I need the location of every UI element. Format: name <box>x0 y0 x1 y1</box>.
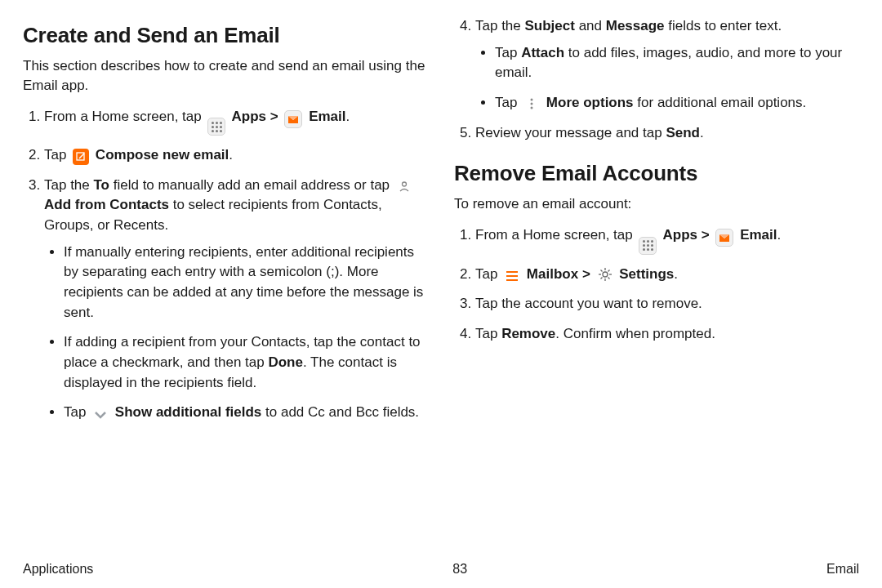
compose-icon <box>73 149 89 165</box>
list-item: Tap Show additional fields to add Cc and… <box>64 403 428 423</box>
step-text: Tap <box>495 45 521 60</box>
step-text: Subject <box>525 18 575 33</box>
list-item: Tap Compose new email. <box>44 145 428 166</box>
step-text: Email <box>736 227 777 243</box>
step-text: Send <box>666 125 700 140</box>
list-item: If adding a recipient from your Contacts… <box>64 332 428 393</box>
step-text: Message <box>606 18 665 33</box>
chevron-down-icon <box>92 407 109 423</box>
step-text: . <box>229 147 233 163</box>
svg-line-13 <box>600 270 602 271</box>
step-text: for additional email options. <box>634 95 807 110</box>
step-text: Email <box>305 109 345 124</box>
list-item: Review your message and tap Send. <box>475 123 859 144</box>
intro-text: This section describes how to create and… <box>23 56 428 96</box>
step-text: From a Home screen, tap <box>475 227 636 243</box>
step-text: Tap the <box>44 177 94 193</box>
step-text: > <box>266 109 282 124</box>
page-number: 83 <box>452 562 467 577</box>
step-text: and <box>575 18 606 33</box>
step-text: to add Cc and Bcc fields. <box>261 404 419 420</box>
contact-icon <box>396 178 412 194</box>
email-icon <box>715 229 733 247</box>
step-text: If manually entering recipients, enter a… <box>64 244 423 320</box>
step-text: fields to enter text. <box>665 18 782 33</box>
step-text: From a Home screen, tap <box>44 109 205 124</box>
intro-text: To remove an email account: <box>454 194 859 214</box>
svg-line-14 <box>608 277 609 278</box>
step-text: Tap <box>475 266 501 282</box>
svg-point-1 <box>402 182 406 186</box>
step-text: Remove <box>501 326 555 341</box>
step-text: To <box>94 177 110 193</box>
apps-icon <box>639 237 657 255</box>
step-text: Review your message and tap <box>475 125 666 140</box>
step-text: > <box>697 227 713 243</box>
hamburger-icon <box>504 268 520 284</box>
svg-point-2 <box>531 98 533 100</box>
list-item: From a Home screen, tap Apps > Email. <box>44 107 428 136</box>
list-item: From a Home screen, tap Apps > Email. <box>475 225 859 255</box>
svg-point-3 <box>531 102 533 105</box>
step-text: Apps <box>228 109 266 124</box>
list-item: Tap More options for additional email op… <box>495 93 859 114</box>
step-text: Tap <box>495 95 521 110</box>
step-text: . <box>346 109 350 124</box>
step-text: Compose new email <box>91 147 229 163</box>
step-text: field to manually add an email address o… <box>109 177 394 193</box>
step-text: Tap <box>64 404 90 420</box>
svg-line-15 <box>608 270 609 271</box>
list-item: Tap Mailbox > Settings. <box>475 265 859 285</box>
footer-right: Email <box>826 562 859 577</box>
step-text: . <box>674 266 678 282</box>
step-text: Show additional fields <box>111 404 261 420</box>
step-text: Tap <box>475 326 501 341</box>
step-text: Apps <box>659 227 697 243</box>
gear-icon <box>597 266 613 283</box>
list-item: Tap the Subject and Message fields to en… <box>475 16 859 114</box>
step-text: Add from Contacts <box>44 197 169 212</box>
list-item: Tap the account you want to remove. <box>475 294 859 314</box>
list-item: Tap Remove. Confirm when prompted. <box>475 324 859 345</box>
step-text: More options <box>542 95 633 110</box>
footer-left: Applications <box>23 562 93 577</box>
step-text: Attach <box>521 45 564 60</box>
step-text: Tap <box>44 147 70 163</box>
email-icon <box>284 110 302 128</box>
step-text: Settings <box>616 266 675 282</box>
step-text: > <box>578 266 594 282</box>
section-heading-create: Create and Send an Email <box>23 23 428 48</box>
list-item: If manually entering recipients, enter a… <box>64 243 428 323</box>
step-text: Tap the <box>475 18 525 33</box>
svg-point-4 <box>531 106 533 109</box>
step-text: Done <box>268 354 303 370</box>
step-text: . <box>700 125 704 140</box>
step-text: Tap the account you want to remove. <box>475 296 702 311</box>
svg-line-16 <box>600 277 602 278</box>
section-heading-remove: Remove Email Accounts <box>454 161 859 186</box>
list-item: Tap Attach to add files, images, audio, … <box>495 43 859 83</box>
more-options-icon <box>523 96 540 112</box>
svg-point-8 <box>603 272 608 277</box>
apps-icon <box>207 118 225 136</box>
step-text: . <box>777 227 782 243</box>
list-item: Tap the To field to manually add an emai… <box>44 176 428 423</box>
step-text: Mailbox <box>523 266 578 282</box>
step-text: . Confirm when prompted. <box>555 326 715 341</box>
